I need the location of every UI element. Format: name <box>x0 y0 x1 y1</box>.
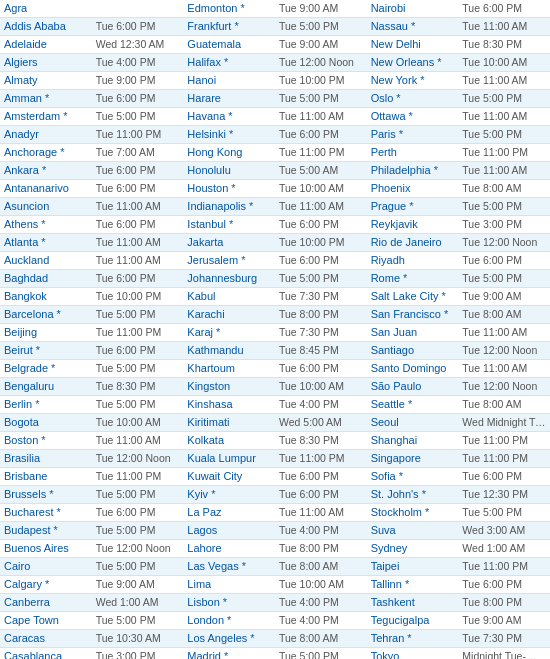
city-name[interactable]: Singapore <box>367 450 459 467</box>
city-name[interactable]: São Paulo <box>367 378 459 395</box>
city-name[interactable]: Berlin * <box>0 396 92 413</box>
city-name[interactable]: Havana * <box>183 108 275 125</box>
city-name[interactable]: Anadyr <box>0 126 92 143</box>
city-name[interactable]: Tallinn * <box>367 576 459 593</box>
city-name[interactable]: Shanghai <box>367 432 459 449</box>
city-name[interactable]: Bucharest * <box>0 504 92 521</box>
city-name[interactable]: La Paz <box>183 504 275 521</box>
city-name[interactable]: Kingston <box>183 378 275 395</box>
city-name[interactable]: Hong Kong <box>183 144 275 161</box>
city-name[interactable]: Adelaide <box>0 36 92 53</box>
city-name[interactable]: Baghdad <box>0 270 92 287</box>
city-name[interactable]: Karachi <box>183 306 275 323</box>
city-name[interactable]: Caracas <box>0 630 92 647</box>
city-name[interactable]: Frankfurt * <box>183 18 275 35</box>
city-name[interactable]: Khartoum <box>183 360 275 377</box>
city-name[interactable]: Almaty <box>0 72 92 89</box>
city-name[interactable]: Beirut * <box>0 342 92 359</box>
city-name[interactable]: Agra <box>0 0 92 17</box>
city-name[interactable]: Salt Lake City * <box>367 288 459 305</box>
city-name[interactable]: Kyiv * <box>183 486 275 503</box>
city-name[interactable]: San Francisco * <box>367 306 459 323</box>
city-name[interactable]: Las Vegas * <box>183 558 275 575</box>
city-name[interactable]: Budapest * <box>0 522 92 539</box>
city-name[interactable]: Bengaluru <box>0 378 92 395</box>
city-name[interactable]: Madrid * <box>183 648 275 659</box>
city-name[interactable]: Houston * <box>183 180 275 197</box>
city-name[interactable]: Algiers <box>0 54 92 71</box>
city-name[interactable]: Perth <box>367 144 459 161</box>
city-name[interactable]: London * <box>183 612 275 629</box>
city-name[interactable]: Tashkent <box>367 594 459 611</box>
city-name[interactable]: Los Angeles * <box>183 630 275 647</box>
city-name[interactable]: Athens * <box>0 216 92 233</box>
city-name[interactable]: Tokyo <box>367 648 459 659</box>
city-name[interactable]: Lisbon * <box>183 594 275 611</box>
city-name[interactable]: Tegucigalpa <box>367 612 459 629</box>
city-name[interactable]: Brisbane <box>0 468 92 485</box>
city-name[interactable]: Edmonton * <box>183 0 275 17</box>
city-name[interactable]: Suva <box>367 522 459 539</box>
city-name[interactable]: Cairo <box>0 558 92 575</box>
city-name[interactable]: Lima <box>183 576 275 593</box>
city-name[interactable]: Paris * <box>367 126 459 143</box>
city-name[interactable]: Anchorage * <box>0 144 92 161</box>
city-name[interactable]: New Orleans * <box>367 54 459 71</box>
city-name[interactable]: Lahore <box>183 540 275 557</box>
city-name[interactable]: Seattle * <box>367 396 459 413</box>
city-name[interactable]: New York * <box>367 72 459 89</box>
city-name[interactable]: Sofia * <box>367 468 459 485</box>
city-name[interactable]: Ankara * <box>0 162 92 179</box>
city-name[interactable]: Hanoi <box>183 72 275 89</box>
city-name[interactable]: Nairobi <box>367 0 459 17</box>
city-name[interactable]: Rome * <box>367 270 459 287</box>
city-name[interactable]: Halifax * <box>183 54 275 71</box>
city-name[interactable]: Lagos <box>183 522 275 539</box>
city-name[interactable]: Sydney <box>367 540 459 557</box>
city-name[interactable]: Tehran * <box>367 630 459 647</box>
city-name[interactable]: Buenos Aires <box>0 540 92 557</box>
city-name[interactable]: Atlanta * <box>0 234 92 251</box>
city-name[interactable]: Casablanca <box>0 648 92 659</box>
city-name[interactable]: Stockholm * <box>367 504 459 521</box>
city-name[interactable]: Guatemala <box>183 36 275 53</box>
city-name[interactable]: Santo Domingo <box>367 360 459 377</box>
city-name[interactable]: Kiritimati <box>183 414 275 431</box>
city-name[interactable]: Kabul <box>183 288 275 305</box>
city-name[interactable]: St. John's * <box>367 486 459 503</box>
city-name[interactable]: Rio de Janeiro <box>367 234 459 251</box>
city-name[interactable]: Taipei <box>367 558 459 575</box>
city-name[interactable]: Seoul <box>367 414 459 431</box>
city-name[interactable]: Jerusalem * <box>183 252 275 269</box>
city-name[interactable]: Philadelphia * <box>367 162 459 179</box>
city-name[interactable]: Asuncion <box>0 198 92 215</box>
city-name[interactable]: Karaj * <box>183 324 275 341</box>
city-name[interactable]: Ottawa * <box>367 108 459 125</box>
city-name[interactable]: Barcelona * <box>0 306 92 323</box>
city-name[interactable]: San Juan <box>367 324 459 341</box>
city-name[interactable]: Kuala Lumpur <box>183 450 275 467</box>
city-name[interactable]: Cape Town <box>0 612 92 629</box>
city-name[interactable]: Reykjavik <box>367 216 459 233</box>
city-name[interactable]: Belgrade * <box>0 360 92 377</box>
city-name[interactable]: Honolulu <box>183 162 275 179</box>
city-name[interactable]: Addis Ababa <box>0 18 92 35</box>
city-name[interactable]: Santiago <box>367 342 459 359</box>
city-name[interactable]: Harare <box>183 90 275 107</box>
city-name[interactable]: Helsinki * <box>183 126 275 143</box>
city-name[interactable]: Bogota <box>0 414 92 431</box>
city-name[interactable]: Antananarivo <box>0 180 92 197</box>
city-name[interactable]: Auckland <box>0 252 92 269</box>
city-name[interactable]: Indianapolis * <box>183 198 275 215</box>
city-name[interactable]: Canberra <box>0 594 92 611</box>
city-name[interactable]: Phoenix <box>367 180 459 197</box>
city-name[interactable]: New Delhi <box>367 36 459 53</box>
city-name[interactable]: Kinshasa <box>183 396 275 413</box>
city-name[interactable]: Kuwait City <box>183 468 275 485</box>
city-name[interactable]: Amman * <box>0 90 92 107</box>
city-name[interactable]: Beijing <box>0 324 92 341</box>
city-name[interactable]: Boston * <box>0 432 92 449</box>
city-name[interactable]: Jakarta <box>183 234 275 251</box>
city-name[interactable]: Johannesburg <box>183 270 275 287</box>
city-name[interactable]: Riyadh <box>367 252 459 269</box>
